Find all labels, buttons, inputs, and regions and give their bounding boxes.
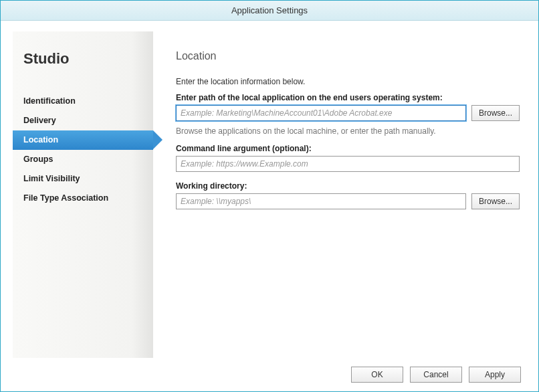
sidebar-item-delivery[interactable]: Delivery (13, 111, 153, 130)
browse-path-button[interactable]: Browse... (471, 105, 520, 121)
path-row: Browse... (176, 105, 520, 121)
sidebar-item-groups[interactable]: Groups (13, 150, 153, 169)
sidebar-item-file-type-association[interactable]: File Type Association (13, 189, 153, 208)
sidebar: Studio Identification Delivery Location … (13, 31, 153, 358)
sidebar-title: Studio (13, 50, 153, 68)
sidebar-item-label: Location (23, 135, 58, 144)
window-body: Studio Identification Delivery Location … (1, 21, 538, 358)
cmd-label: Command line argument (optional): (176, 144, 520, 153)
sidebar-item-limit-visibility[interactable]: Limit Visibility (13, 169, 153, 189)
window-title: Application Settings (231, 5, 308, 15)
browse-wd-button[interactable]: Browse... (471, 193, 520, 209)
page-subtitle: Enter the location information below. (176, 77, 520, 86)
ok-button[interactable]: OK (351, 367, 403, 383)
sidebar-item-label: Limit Visibility (23, 174, 80, 183)
sidebar-item-identification[interactable]: Identification (13, 92, 153, 111)
path-input[interactable] (176, 105, 466, 121)
path-label: Enter path of the local application on t… (176, 93, 520, 102)
page-title: Location (176, 50, 520, 62)
sidebar-item-label: File Type Association (23, 193, 108, 203)
content-panel: Location Enter the location information … (153, 31, 526, 358)
footer: OK Cancel Apply (1, 358, 538, 391)
path-hint: Browse the applications on the local mac… (176, 126, 520, 136)
wd-label: Working directory: (176, 181, 520, 191)
sidebar-item-label: Identification (23, 96, 76, 106)
wd-input[interactable] (176, 193, 466, 209)
sidebar-item-location[interactable]: Location (13, 130, 153, 150)
title-bar: Application Settings (1, 1, 538, 21)
cmd-row (176, 156, 520, 172)
cmd-input[interactable] (176, 156, 520, 172)
apply-button[interactable]: Apply (469, 367, 521, 383)
wd-row: Browse... (176, 193, 520, 209)
sidebar-item-label: Delivery (23, 116, 56, 125)
cancel-button[interactable]: Cancel (410, 367, 462, 383)
sidebar-item-label: Groups (23, 155, 53, 164)
